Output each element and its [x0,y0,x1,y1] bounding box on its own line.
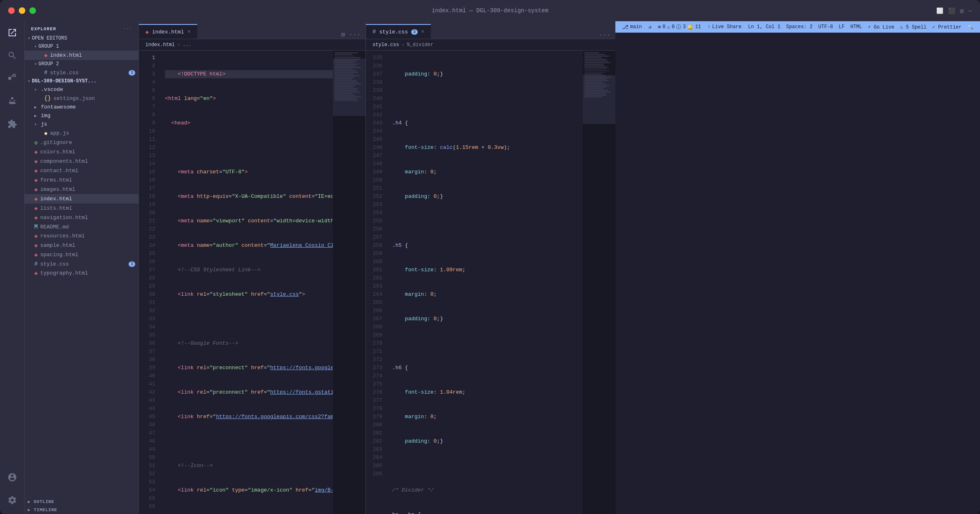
status-search-icon[interactable]: 🔍 [967,24,973,30]
sidebar-item-vscode[interactable]: ▾ .vscode [24,85,138,94]
line-number: 44 [139,405,155,413]
status-language[interactable]: HTML [850,24,862,30]
split-editor-button[interactable]: ⊞ [341,31,345,39]
sidebar-item-js[interactable]: ▾ js [24,120,138,128]
line-number: 2 [139,62,155,70]
activity-bar [0,21,24,514]
status-spaces[interactable]: Spaces: 2 [786,24,813,30]
minimize-button[interactable] [19,7,25,14]
maximize-button[interactable] [29,7,36,14]
sidebar-item-navigation[interactable]: ◈ navigation.html [24,213,138,222]
code-content-left: <!DOCTYPE html> <html lang="en"> <head> … [162,51,333,514]
debug-icon[interactable] [5,94,20,109]
sidebar-item-gitignore[interactable]: ◇ .gitignore [24,138,138,147]
more-options-icon[interactable]: ⋯ [969,7,972,14]
html-icon-images: ◈ [34,186,38,193]
line-number: 266 [366,307,382,315]
sidebar-item-resources[interactable]: ◈ resources.html [24,231,138,241]
sidebar-item-lists[interactable]: ◈ lists.html [24,204,138,213]
status-spell[interactable]: ⚠ 5 Spell [900,24,927,30]
line-number: 39 [139,364,155,372]
timeline-label: TIMELINE [34,507,57,512]
open-editor-index-html[interactable]: ◈ index.html [24,51,138,60]
status-branch[interactable]: ⎇ main [622,24,642,31]
source-control-icon[interactable] [5,71,20,86]
group1-header[interactable]: ▾ GROUP 1 [24,42,138,51]
right-editor-options-button[interactable]: ··· [599,31,610,39]
html-icon-typography: ◈ [34,270,38,277]
timeline-section[interactable]: ▶ TIMELINE [24,506,138,514]
sidebar-item-img[interactable]: ▶ img [24,111,138,120]
minimap-right [583,51,615,514]
sidebar-item-settings-json[interactable]: {} settings.json [24,94,138,103]
tab-style-css[interactable]: # style.css 3 × [366,24,431,39]
sidebar-item-sample[interactable]: ◈ sample.html [24,241,138,250]
status-errors[interactable]: ⊗ 0 ⚠ 0 ⓘ 3 🔔 11 [658,24,701,31]
status-position[interactable]: Ln 1, Col 1 [748,24,780,30]
folder-header[interactable]: ▾ DGL-309-DESIGN-SYST... [24,77,138,85]
style-css-badge: 3 [129,261,135,267]
line-number: 240 [366,95,382,103]
status-bar-right: Ln 1, Col 1 Spaces: 2 UTF-8 LF HTML ⚡ Go… [748,24,973,30]
outline-section[interactable]: ▶ OUTLINE [24,498,138,506]
extensions-icon[interactable] [5,117,20,131]
search-icon[interactable] [5,48,20,63]
explorer-icon[interactable] [5,25,20,40]
status-line-ending[interactable]: LF [839,24,844,30]
settings-icon[interactable] [5,493,20,507]
tab-close-right[interactable]: × [421,29,424,35]
sidebar-item-fontawesome[interactable]: ▶ fontawesome [24,103,138,111]
status-prettier[interactable]: ✓ Prettier [932,24,962,30]
split-editor-icon[interactable]: ▥ [960,7,963,14]
sidebar-item-appjs[interactable]: ◆ app.js [24,128,138,138]
sidebar-toggle-icon[interactable]: ⬜ [936,7,943,14]
line-number: 270 [366,339,382,348]
status-encoding[interactable]: UTF-8 [818,24,833,30]
code-editor-left[interactable]: 1 2 3 4 5 6 7 8 9 10 11 12 13 14 [139,51,365,514]
code-line [165,511,333,514]
line-number: 274 [366,372,382,380]
code-line: font-size: 1.09rem; [392,266,583,274]
filename-settings-json: settings.json [53,95,95,102]
line-number: 17 [139,184,155,193]
line-number: 280 [366,421,382,429]
open-editor-style-css[interactable]: # style.css 3 [24,68,138,77]
sidebar-item-index[interactable]: ◈ index.html [24,194,138,204]
line-number: 21 [139,217,155,225]
line-number: 265 [366,299,382,307]
open-editors-header[interactable]: ▾ OPEN EDITORS [24,34,138,42]
sidebar-item-spacing[interactable]: ◈ spacing.html [24,250,138,259]
line-number: 5 [139,86,155,95]
tab-bar-right: # style.css 3 × ··· [366,21,615,39]
tab-index-html[interactable]: ◈ index.html × [139,24,197,39]
editor-options-button[interactable]: ··· [349,31,361,38]
tab-bar-left: ◈ index.html × ⊞ ··· [139,21,365,39]
explorer-options-icon[interactable]: ··· [123,26,132,32]
code-editor-right[interactable]: 235 236 237 238 239 240 241 242 243 244 … [366,51,615,514]
sidebar-item-images[interactable]: ◈ images.html [24,185,138,194]
code-line: margin: 0; [392,413,583,421]
status-go-live[interactable]: ⚡ Go Live [868,24,894,30]
open-editor-filename: index.html [50,52,82,58]
code-line: <link rel="icon" type="image/x-icon" hre… [165,486,333,494]
tab-close-left[interactable]: × [187,29,190,35]
sidebar-item-colors[interactable]: ◈ colors.html [24,147,138,157]
group2-header[interactable]: ▾ GROUP 2 [24,60,138,68]
sidebar-item-contact[interactable]: ◈ contact.html [24,166,138,175]
html-icon-lists: ◈ [34,205,38,212]
sidebar-item-typography[interactable]: ◈ typography.html [24,268,138,278]
line-number: 261 [366,266,382,274]
line-number: 36 [139,339,155,348]
sidebar-item-readme[interactable]: M README.md [24,222,138,231]
css-file-icon: # [44,69,47,76]
account-icon[interactable] [5,470,20,485]
sidebar-item-style-css[interactable]: # style.css 3 [24,259,138,268]
layout-icon[interactable]: ⬛ [948,7,955,14]
sidebar-item-forms[interactable]: ◈ forms.html [24,175,138,185]
sidebar-item-components[interactable]: ◈ components.html [24,157,138,166]
line-number: 259 [366,250,382,258]
status-sync[interactable]: ↺ [648,24,651,30]
status-live-share[interactable]: ↑ Live Share [708,24,742,30]
close-button[interactable] [8,7,15,14]
line-number: 7 [139,103,155,111]
